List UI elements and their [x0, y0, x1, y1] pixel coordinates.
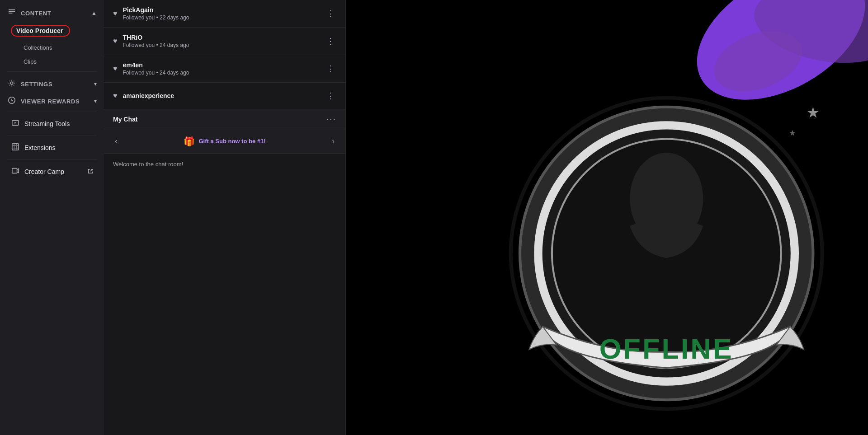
- gift-sub-next-arrow[interactable]: ›: [328, 135, 338, 148]
- content-icon: [7, 8, 16, 18]
- viewer-rewards-icon: [7, 96, 16, 106]
- sidebar-divider-1: [7, 71, 97, 72]
- svg-text:OFFLINE: OFFLINE: [599, 333, 734, 365]
- follower-name-1: PickAgain: [123, 6, 320, 14]
- settings-icon: [7, 79, 16, 89]
- gift-sub-content: 🎁 Gift a Sub now to be #1!: [121, 136, 328, 147]
- gift-sub-banner: ‹ 🎁 Gift a Sub now to be #1! ›: [104, 129, 345, 154]
- follower-info-2: THRiO Followed you • 24 days ago: [123, 34, 320, 48]
- sidebar-divider-2: [7, 112, 97, 112]
- content-chevron: ▲: [91, 10, 97, 16]
- collections-label: Collections: [24, 44, 52, 51]
- clips-label: Clips: [24, 58, 37, 65]
- heart-icon-4: ♥: [113, 92, 118, 100]
- follower-name-3: em4en: [123, 61, 320, 69]
- sidebar-item-video-producer[interactable]: Video Producer: [4, 21, 100, 40]
- gift-sub-emoji: 🎁: [184, 136, 195, 147]
- streaming-tools-icon: [11, 119, 20, 129]
- sidebar-section-viewer-rewards[interactable]: Viewer Rewards ▾: [0, 92, 104, 109]
- middle-panel: ♥ PickAgain Followed you • 22 days ago ⋮…: [104, 0, 346, 435]
- follower-item: ♥ amaniexperience ⋮: [104, 83, 345, 109]
- follower-item: ♥ PickAgain Followed you • 22 days ago ⋮: [104, 0, 345, 28]
- streaming-tools-label: Streaming Tools: [24, 120, 70, 127]
- svg-point-20: [641, 153, 691, 208]
- settings-chevron: ▾: [94, 81, 97, 87]
- sidebar-item-creator-camp[interactable]: Creator Camp: [4, 163, 100, 180]
- sidebar-item-clips[interactable]: Clips: [4, 55, 100, 68]
- external-link-icon: [88, 168, 93, 175]
- follower-info-1: PickAgain Followed you • 22 days ago: [123, 6, 320, 21]
- follower-name-4: amaniexperience: [123, 92, 320, 99]
- svg-rect-2: [9, 13, 13, 14]
- follower-menu-1[interactable]: ⋮: [325, 7, 336, 20]
- follower-info-3: em4en Followed you • 24 days ago: [123, 61, 320, 76]
- follower-item: ♥ THRiO Followed you • 24 days ago ⋮: [104, 28, 345, 55]
- follower-meta-3: Followed you • 24 days ago: [123, 70, 320, 76]
- follower-menu-3[interactable]: ⋮: [325, 62, 336, 75]
- svg-rect-6: [12, 144, 19, 150]
- offline-graphic: OFFLINE: [346, 0, 868, 435]
- followers-list: ♥ PickAgain Followed you • 22 days ago ⋮…: [104, 0, 345, 109]
- sidebar: Content ▲ Video Producer Collections Cli…: [0, 0, 104, 435]
- creator-camp-icon: [11, 167, 20, 177]
- sidebar-section-settings[interactable]: Settings ▾: [0, 75, 104, 92]
- viewer-rewards-chevron: ▾: [94, 98, 97, 104]
- sidebar-item-collections[interactable]: Collections: [4, 41, 100, 54]
- main-content: OFFLINE: [346, 0, 868, 435]
- settings-section-label: Settings: [21, 81, 52, 88]
- sidebar-item-extensions[interactable]: Extensions: [4, 139, 100, 156]
- sidebar-item-streaming-tools[interactable]: Streaming Tools: [4, 115, 100, 132]
- svg-point-3: [10, 82, 13, 84]
- sidebar-divider-4: [7, 159, 97, 160]
- gift-sub-prev-arrow[interactable]: ‹: [111, 135, 121, 148]
- svg-rect-7: [12, 168, 17, 173]
- my-chat-header: My Chat ···: [104, 109, 345, 129]
- sidebar-section-content[interactable]: Content ▲: [0, 4, 104, 21]
- content-section-label: Content: [21, 10, 51, 17]
- follower-item: ♥ em4en Followed you • 24 days ago ⋮: [104, 55, 345, 83]
- follower-meta-1: Followed you • 22 days ago: [123, 14, 320, 21]
- svg-rect-0: [9, 9, 15, 10]
- heart-icon-1: ♥: [113, 9, 118, 18]
- sidebar-divider-3: [7, 136, 97, 136]
- viewer-rewards-section-label: Viewer Rewards: [21, 98, 80, 105]
- follower-meta-2: Followed you • 24 days ago: [123, 42, 320, 48]
- extensions-icon: [11, 143, 20, 153]
- my-chat-title: My Chat: [113, 116, 137, 123]
- follower-menu-4[interactable]: ⋮: [325, 89, 336, 103]
- extensions-label: Extensions: [24, 144, 55, 151]
- heart-icon-3: ♥: [113, 65, 118, 73]
- svg-rect-1: [9, 11, 15, 12]
- heart-icon-2: ♥: [113, 37, 118, 45]
- follower-info-4: amaniexperience: [123, 92, 320, 99]
- creator-camp-label: Creator Camp: [24, 168, 64, 175]
- video-producer-label: Video Producer: [16, 27, 63, 34]
- gift-sub-text[interactable]: Gift a Sub now to be #1!: [198, 138, 265, 145]
- my-chat-menu-button[interactable]: ···: [326, 114, 336, 124]
- chat-area: Welcome to the chat room!: [104, 154, 345, 435]
- follower-menu-2[interactable]: ⋮: [325, 34, 336, 48]
- chat-welcome-message: Welcome to the chat room!: [113, 161, 336, 168]
- follower-name-2: THRiO: [123, 34, 320, 41]
